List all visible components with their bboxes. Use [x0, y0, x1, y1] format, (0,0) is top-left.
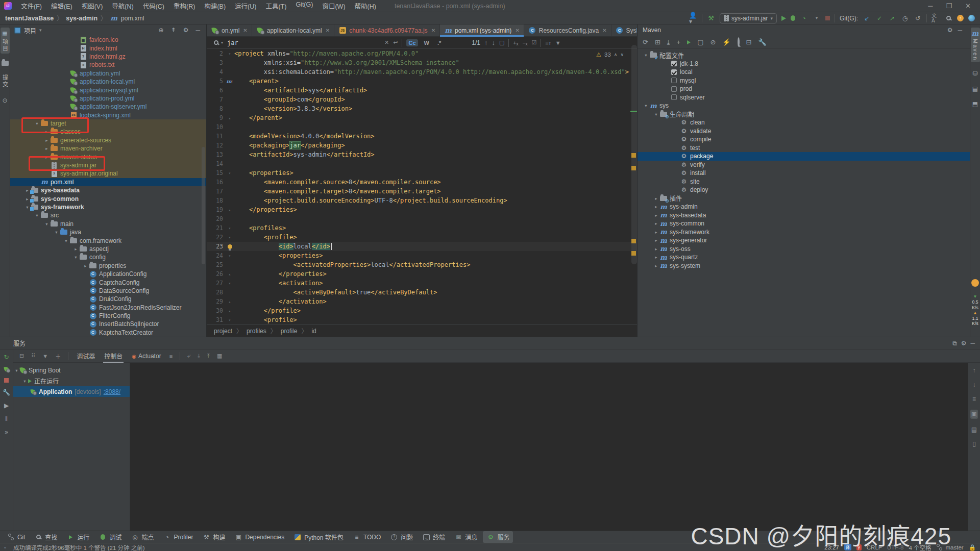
menu-item[interactable]: 帮助(H)	[351, 0, 380, 12]
project-tree-row[interactable]: ▸classes	[10, 128, 206, 136]
maven-settings-icon[interactable]: ⚙	[945, 27, 955, 34]
menu-item[interactable]: 重构(R)	[169, 0, 199, 12]
maven-tree-row[interactable]: ⚙validate	[638, 127, 970, 136]
console-grid-icon[interactable]: ▣	[970, 410, 978, 419]
project-tree-row[interactable]: CDataSourceConfig	[10, 287, 206, 295]
maven-tree-row[interactable]: ⚙compile	[638, 135, 970, 144]
maximize-button[interactable]: ❒	[946, 2, 952, 10]
console-down-icon[interactable]: ↓	[973, 381, 976, 388]
tool-window-button-todo[interactable]: ≡TODO	[349, 532, 384, 543]
wrench-icon[interactable]: 🔧	[3, 389, 10, 396]
project-tree-row[interactable]: CFastJson2JsonRedisSerializer	[10, 304, 206, 312]
maven-wrench-icon[interactable]: 🔧	[758, 38, 767, 46]
tool-window-button-构建[interactable]: ⚒构建	[199, 531, 229, 543]
code-line[interactable]: 9▴ </parent>	[207, 113, 637, 122]
menu-item[interactable]: 代码(C)	[139, 0, 168, 12]
stop-button[interactable]	[825, 16, 830, 20]
menu-item[interactable]: 导航(N)	[108, 0, 137, 12]
project-tree-row[interactable]: application.yml	[10, 69, 206, 78]
maven-add-icon[interactable]: +	[677, 38, 681, 46]
tree-chevron-icon[interactable]: ▾	[643, 53, 649, 58]
tree-chevron-icon[interactable]: ▸	[653, 238, 659, 243]
code-line[interactable]: 15▾ <properties>	[207, 168, 637, 178]
select-all-occurrences-icon[interactable]: ▢	[499, 39, 504, 46]
code-line[interactable]: 26▴ </properties>	[207, 269, 637, 279]
plugin-ball-icon[interactable]	[968, 15, 975, 21]
stripe-layers-icon[interactable]: ⬒	[971, 100, 979, 108]
project-tree-row[interactable]: ▾target	[10, 119, 206, 128]
maven-tree-row[interactable]: ▸msys-common	[638, 219, 970, 228]
tree-chevron-icon[interactable]: ▸	[653, 221, 659, 226]
svc-list-icon[interactable]: ⠿	[31, 353, 35, 359]
maven-run-icon[interactable]	[687, 40, 691, 44]
project-scrollbar[interactable]	[202, 147, 205, 264]
collapse-all-icon[interactable]: ⇞	[169, 27, 178, 34]
code-line[interactable]: 21▾ <profiles>	[207, 223, 637, 233]
tree-chevron-icon[interactable]: ▾	[72, 255, 79, 260]
maven-tree-row[interactable]: ⚙package	[638, 152, 970, 161]
maven-tree-row[interactable]: ⚙clean	[638, 118, 970, 127]
maven-refresh-icon[interactable]: ⟳	[643, 38, 648, 46]
menu-item[interactable]: 文件(F)	[17, 0, 46, 12]
match-case-toggle[interactable]: Cc	[406, 39, 418, 46]
git-commit-icon[interactable]: ✓	[875, 14, 884, 22]
code-line[interactable]: 7 <groupId>com</groupId>	[207, 95, 637, 104]
app-port-link[interactable]: :8088/	[104, 388, 120, 395]
tree-chevron-icon[interactable]: ▾	[34, 213, 40, 218]
project-tree-row[interactable]: sys-admin.jar	[10, 161, 206, 169]
project-tree-row[interactable]: ▾main	[10, 220, 206, 228]
rollback-icon[interactable]: ↺	[914, 14, 922, 22]
breadcrumb-project[interactable]: tenantJavaBase	[5, 15, 54, 22]
tool-window-button-运行[interactable]: 运行	[63, 531, 93, 543]
editor-breadcrumb-item[interactable]: profiles	[247, 328, 266, 335]
code-line[interactable]: 3 xmlns:xsi="http://www.w3.org/2001/XMLS…	[207, 58, 637, 67]
stripe-structure-icon[interactable]: ⊙	[1, 96, 9, 105]
code-line[interactable]: 17 <maven.compiler.target>8</maven.compi…	[207, 187, 637, 196]
maven-tree-row[interactable]: ⚙test	[638, 144, 970, 153]
code-line[interactable]: 6 <artifactId>sys</artifactId>	[207, 86, 637, 95]
tree-chevron-icon[interactable]: ▸	[72, 246, 79, 252]
minimize-button[interactable]: ─	[928, 2, 933, 10]
project-tree-row[interactable]: ▸maven-status	[10, 153, 206, 161]
maven-tree-row[interactable]: mysql	[638, 77, 970, 85]
tree-chevron-icon[interactable]: ▸	[653, 246, 659, 252]
editor-breadcrumb-item[interactable]: id	[311, 328, 316, 335]
maven-tree-row[interactable]: jdk-1.8	[638, 60, 970, 68]
tool-window-button-profiler[interactable]: ◔Profiler	[159, 532, 197, 543]
expand-icon[interactable]: ▶	[4, 402, 9, 409]
words-toggle[interactable]: W	[422, 39, 431, 46]
soft-wrap-icon[interactable]: ⤶	[187, 353, 190, 359]
search-icon[interactable]	[212, 39, 220, 47]
console-lines-icon[interactable]: ≡	[972, 395, 976, 403]
project-tree-row[interactable]: ▾java	[10, 228, 206, 236]
code-line[interactable]: 10	[207, 122, 637, 132]
code-line[interactable]: 31▾ <profile>	[207, 315, 637, 324]
status-message[interactable]: 成功编译完成2秒96毫秒中 1 个警告 (21 分钟 之前)	[13, 543, 145, 551]
console-clear-icon[interactable]: ▯	[972, 440, 976, 447]
project-tree-row[interactable]: ▸maven-archiver	[10, 144, 206, 153]
translate-icon[interactable]: 文A	[932, 14, 940, 22]
run-configuration-select[interactable]: sys-admin.jar ▾	[720, 13, 777, 23]
tool-window-button-消息[interactable]: ✉消息	[451, 531, 481, 543]
user-profile-icon[interactable]: 👤▾	[689, 14, 697, 22]
tree-chevron-icon[interactable]: ▸	[653, 204, 659, 209]
editor-tab[interactable]: JSchunk-43c4adf6.c09477aa.js✕	[334, 24, 440, 36]
code-line[interactable]: 14	[207, 159, 637, 168]
maven-tree-row[interactable]: ▾配置文件	[638, 51, 970, 60]
update-notification-icon[interactable]: ↑	[957, 15, 964, 21]
git-push-icon[interactable]: ↗	[888, 14, 896, 22]
code-line[interactable]: 18 <project.build.sourceEncoding>UTF-8</…	[207, 196, 637, 205]
close-button[interactable]: ✕	[965, 2, 971, 10]
tree-chevron-icon[interactable]: ▸	[653, 196, 659, 201]
search-options-icon[interactable]: ≡ᴛ	[545, 40, 551, 46]
maven-download-icon[interactable]: ⤓	[667, 38, 670, 46]
project-tree-row[interactable]: ≡robots.txt	[10, 61, 206, 69]
maven-tree-row[interactable]: ▸msys-framework	[638, 228, 970, 237]
stripe-notification-icon[interactable]	[971, 279, 979, 287]
editor-tab[interactable]: mpom.xml (sys-admin)✕	[440, 24, 524, 36]
search-input[interactable]	[227, 39, 380, 46]
services-tab[interactable]: ◉Actuator	[131, 350, 162, 362]
svc-add-icon[interactable]: ＋	[55, 352, 61, 360]
breadcrumb-module[interactable]: sys-admin	[66, 15, 97, 22]
maven-tree-row[interactable]: prod	[638, 85, 970, 93]
